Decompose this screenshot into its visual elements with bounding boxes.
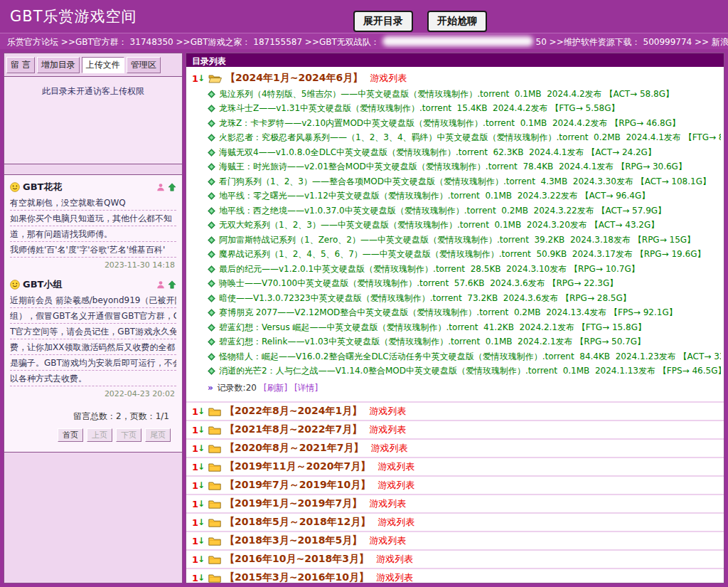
folder-icon[interactable]: [208, 499, 221, 509]
game-torrent-link[interactable]: 最后的纪元——v1.2.0.1中英文硬盘版（爱情玫瑰制作）.torrent 28…: [219, 263, 640, 275]
game-row: 龙珠斗士Z——v1.31中英文硬盘版（爱情玫瑰制作）.torrent 15.4K…: [192, 102, 721, 117]
game-row: 阿加雷斯特战记系列（1、Zero、2）——中英文硬盘版（爱情玫瑰制作）.torr…: [192, 233, 721, 248]
detail-link[interactable]: [详情]: [294, 383, 318, 393]
game-home-text: >>GBT游戏之家： 187155587: [176, 37, 303, 47]
folder-icon[interactable]: [208, 481, 221, 490]
message-line: T官方空间等，请会员记住，GBT游戏永久免: [10, 324, 176, 339]
game-torrent-link[interactable]: 龙珠斗士Z——v1.31中英文硬盘版（爱情玫瑰制作）.torrent 15.4K…: [219, 102, 620, 115]
directory-title[interactable]: 【2018年5月～2018年12月】: [225, 516, 370, 529]
directory-title[interactable]: 【2015年3月~2016年10月】: [225, 571, 369, 583]
hot-icon: 1↓: [192, 74, 205, 83]
directory-title[interactable]: 【2022年8月~2024年1月】: [225, 405, 362, 418]
game-list-link[interactable]: 游戏列表: [369, 423, 406, 436]
game-torrent-link[interactable]: 碧蓝幻想：Versus 崛起——中英文硬盘版（爱情玫瑰制作）.torrent 4…: [219, 322, 646, 334]
gem-icon: [208, 353, 215, 361]
directory-title[interactable]: 【2016年10月~2018年3月】: [225, 553, 369, 566]
game-torrent-link[interactable]: 无双大蛇系列（1、2、3）——中英文硬盘版（爱情玫瑰制作）.torrent 0.…: [219, 219, 659, 231]
game-row: 碧蓝幻想：Relink——v1.03中英文硬盘版（爱情玫瑰制作）.torrent…: [192, 335, 721, 350]
game-torrent-link[interactable]: 地平线：西之绝境——v1.0.37.0中英文硬盘版（爱情玫瑰制作）.torren…: [219, 205, 666, 217]
game-torrent-link[interactable]: 海贼无双4——v1.0.8.0全DLC中英文硬盘版（爱情玫瑰制作）.torren…: [219, 147, 656, 159]
folder-icon[interactable]: [208, 555, 221, 564]
game-list-link[interactable]: 游戏列表: [371, 442, 408, 455]
expanded-directory: 1↓ 【2024年1月~2024年6月】 游戏列表 鬼泣系列（4特别版、5维吉尔…: [186, 67, 724, 394]
game-torrent-link[interactable]: 暗使——V1.3.0.72323中英文硬盘版（爱情玫瑰制作）.torrent 7…: [219, 292, 631, 305]
game-list-link[interactable]: 游戏列表: [378, 516, 414, 529]
folder-icon[interactable]: [208, 518, 221, 527]
game-torrent-link[interactable]: 火影忍者：究极忍者风暴系列——（1、2、3、4、羁绊）中英文硬盘版（爱情玫瑰制作…: [219, 132, 721, 144]
folder-icon[interactable]: [208, 536, 221, 546]
gem-icon: [208, 134, 215, 142]
game-torrent-link[interactable]: 看门狗系列（1、2、3）——整合各项MOD中英文硬盘版（爱情玫瑰制作）.torr…: [219, 176, 711, 188]
game-row: 最后的纪元——v1.2.0.1中英文硬盘版（爱情玫瑰制作）.torrent 28…: [192, 262, 721, 277]
game-row: 龙珠Z：卡卡罗特——v2.10内置MOD中英文硬盘版（爱情玫瑰制作）.torre…: [192, 116, 721, 131]
game-torrent-link[interactable]: 龙珠Z：卡卡罗特——v2.10内置MOD中英文硬盘版（爱情玫瑰制作）.torre…: [219, 117, 680, 129]
directory-title[interactable]: 【2021年8月~2022年7月】: [225, 423, 362, 436]
gem-icon: [208, 236, 215, 244]
game-row: 怪物猎人：崛起——V16.0.2整合曙光全DLC活动任务中英文硬盘版（爱情玫瑰制…: [192, 349, 721, 364]
page-button[interactable]: 首页: [58, 428, 83, 442]
game-torrent-link[interactable]: 阿加雷斯特战记系列（1、Zero、2）——中英文硬盘版（爱情玫瑰制作）.torr…: [219, 234, 695, 246]
open-folder-icon[interactable]: [208, 73, 222, 83]
directory-title[interactable]: 【2024年1月~2024年6月】: [225, 72, 363, 85]
game-torrent-link[interactable]: 骑唤士——V70.100中英文硬盘版（爱情玫瑰制作）.torrent 57.6K…: [219, 277, 618, 290]
folder-icon[interactable]: [208, 444, 221, 453]
directory-title[interactable]: 【2019年11月～2020年7月】: [225, 460, 370, 473]
folder-icon[interactable]: [208, 425, 221, 435]
gem-icon: [208, 149, 215, 157]
game-torrent-link[interactable]: 怪物猎人：崛起——V16.0.2整合曙光全DLC活动任务中英文硬盘版（爱情玫瑰制…: [219, 351, 721, 363]
game-list-link[interactable]: 游戏列表: [376, 571, 413, 583]
sidebar-tab[interactable]: 留 言: [6, 57, 35, 73]
weibo-link[interactable]: 新浪微博: [712, 37, 728, 47]
top-arrow-icon[interactable]: [168, 183, 176, 191]
game-torrent-link[interactable]: 鬼泣系列（4特别版、5维吉尔）——中英文硬盘版（爱情玫瑰制作）.torrent …: [219, 88, 674, 100]
game-torrent-link[interactable]: 赛博朋克 2077——V2.12MOD整合中英文硬盘版（爱情玫瑰制作）.torr…: [219, 307, 678, 319]
game-row: 碧蓝幻想：Versus 崛起——中英文硬盘版（爱情玫瑰制作）.torrent 4…: [192, 320, 721, 335]
game-row: 地平线：零之曙光——v1.12中英文硬盘版（爱情玫瑰制作）.torrent 0.…: [192, 189, 721, 204]
directory-title[interactable]: 【2019年1月~2019年7月】: [225, 497, 362, 510]
message-header: GBT花花: [10, 181, 176, 194]
start-chat-button[interactable]: 开始尬聊: [427, 11, 487, 32]
profile-icon[interactable]: [156, 183, 165, 191]
sidebar-tab[interactable]: 管理区: [127, 57, 161, 73]
message-line: 近期前会员 箭染羲感/beyond919（已被开除出: [10, 292, 176, 308]
game-list-link[interactable]: 游戏列表: [378, 460, 414, 473]
forum-link[interactable]: 乐赏官方论坛: [7, 37, 58, 47]
folder-icon[interactable]: [208, 462, 221, 472]
folder-icon[interactable]: [208, 573, 221, 583]
directory-title[interactable]: 【2020年8月～2021年7月】: [225, 442, 363, 455]
folder-icon[interactable]: [208, 407, 221, 416]
gem-icon: [208, 178, 215, 186]
gem-icon: [208, 309, 215, 317]
game-row: 无双大蛇系列（1、2、3）——中英文硬盘版（爱情玫瑰制作）.torrent 0.…: [192, 218, 721, 233]
directory-title[interactable]: 【2019年7月～2019年10月】: [225, 479, 370, 492]
game-list-link[interactable]: 游戏列表: [378, 479, 414, 492]
gem-icon: [208, 163, 215, 171]
sidebar-tab[interactable]: 增加目录: [37, 57, 80, 73]
game-torrent-link[interactable]: 地平线：零之曙光——v1.12中英文硬盘版（爱情玫瑰制作）.torrent 0.…: [219, 190, 650, 202]
profile-icon[interactable]: [156, 280, 165, 289]
game-list-link[interactable]: 游戏列表: [369, 497, 406, 510]
game-list-link[interactable]: 游戏列表: [369, 534, 406, 547]
game-row: 海贼无双4——v1.0.8.0全DLC中英文硬盘版（爱情玫瑰制作）.torren…: [192, 145, 721, 160]
page-button[interactable]: 尾页: [145, 428, 171, 442]
refresh-link[interactable]: [刷新]: [264, 383, 287, 393]
hot-icon: 1↓: [192, 573, 205, 583]
game-list-link[interactable]: 游戏列表: [370, 72, 407, 85]
gem-icon: [208, 221, 215, 229]
top-arrow-icon[interactable]: [168, 280, 176, 289]
expand-directory-button[interactable]: 展开目录: [353, 11, 413, 32]
game-list-link[interactable]: 游戏列表: [369, 405, 406, 418]
directory-title[interactable]: 【2018年3月~2018年5月】: [225, 534, 362, 547]
gem-icon: [208, 250, 215, 258]
sidebar-tab[interactable]: 上传文件: [82, 57, 124, 73]
game-torrent-link[interactable]: 碧蓝幻想：Relink——v1.03中英文硬盘版（爱情玫瑰制作）.torrent…: [219, 336, 646, 348]
directory-row: 1↓ 【2019年11月～2020年7月】 游戏列表: [186, 457, 724, 475]
gem-icon: [208, 105, 215, 112]
game-torrent-link[interactable]: 消逝的光芒2：人与仁之战——V1.14.0整合MOD中英文硬盘版（爱情玫瑰制作）…: [219, 365, 721, 377]
game-list-link[interactable]: 游戏列表: [376, 553, 413, 566]
game-torrent-link[interactable]: 魔界战记系列（1、2、4、5、6、7）——中英文硬盘版（爱情玫瑰制作）.torr…: [219, 248, 705, 260]
page-button[interactable]: 上页: [87, 428, 112, 442]
game-torrent-link[interactable]: 海贼王：时光旅诗——v2.01整合MOD中英文硬盘版（爱情玫瑰制作）.torre…: [219, 161, 687, 173]
upload-panel: 此目录未开通访客上传权限: [4, 76, 182, 164]
page-button[interactable]: 下页: [116, 428, 141, 442]
